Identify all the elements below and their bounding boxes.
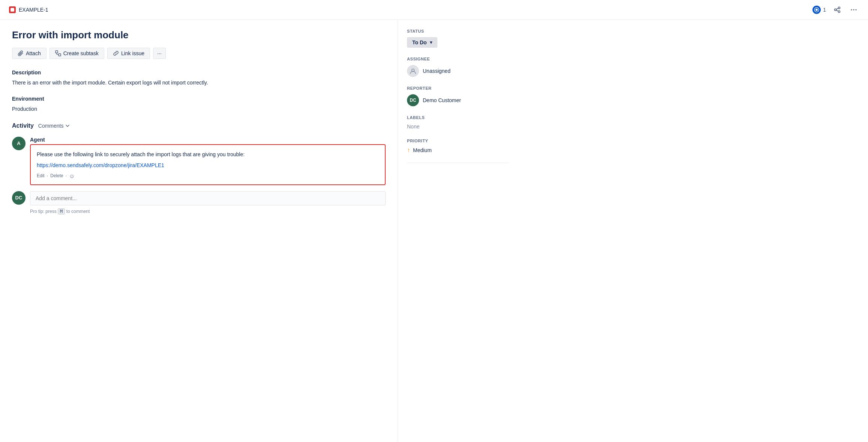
link-issue-label: Link issue — [121, 50, 144, 56]
issue-title: Error with import module — [12, 29, 386, 42]
delete-comment-button[interactable]: Delete — [50, 173, 63, 178]
environment-label: Environment — [12, 96, 386, 102]
svg-point-8 — [851, 9, 852, 11]
priority-icon: ↑ — [407, 147, 410, 154]
comment-actions: Edit · Delete · ☺ — [37, 173, 379, 179]
action-bar: Attach Create subtask — [12, 48, 386, 59]
create-subtask-label: Create subtask — [63, 50, 99, 56]
top-bar-left: EXAMPLE-1 — [9, 6, 48, 13]
priority-section: PRIORITY ↑ Medium — [407, 139, 509, 154]
attach-button[interactable]: Attach — [12, 48, 47, 59]
add-comment-area: DC — [12, 191, 386, 205]
create-subtask-button[interactable]: Create subtask — [50, 48, 104, 59]
svg-line-7 — [836, 10, 838, 11]
status-chevron-icon: ▾ — [430, 40, 432, 45]
status-label: STATUS — [407, 29, 509, 33]
svg-point-9 — [853, 9, 854, 11]
watch-icon — [812, 6, 821, 14]
assignee-label: ASSIGNEE — [407, 57, 509, 61]
assignee-row[interactable]: Unassigned — [407, 65, 509, 77]
edit-comment-button[interactable]: Edit — [37, 173, 45, 178]
status-value: To Do — [412, 39, 427, 45]
issue-type-icon — [9, 6, 16, 13]
environment-text: Production — [12, 105, 386, 113]
pro-tip-key: M — [58, 208, 65, 214]
reporter-section: REPORTER DC Demo Customer — [407, 86, 509, 106]
labels-label: LABELS — [407, 115, 509, 120]
svg-point-3 — [838, 7, 840, 9]
assignee-value: Unassigned — [423, 68, 451, 74]
link-issue-button[interactable]: Link issue — [107, 48, 150, 59]
svg-rect-12 — [59, 54, 61, 56]
watch-count: 1 — [823, 7, 826, 13]
svg-point-5 — [838, 11, 840, 13]
activity-filter[interactable]: Comments — [38, 123, 71, 129]
priority-row: ↑ Medium — [407, 147, 509, 154]
labels-value: None — [407, 124, 419, 130]
description-label: Description — [12, 69, 386, 75]
reporter-row: DC Demo Customer — [407, 94, 509, 106]
current-user-avatar: DC — [12, 191, 26, 205]
more-actions-button[interactable]: ··· — [153, 48, 166, 59]
reporter-value: Demo Customer — [423, 97, 461, 103]
more-options-button[interactable] — [848, 5, 859, 15]
svg-point-4 — [835, 9, 836, 11]
environment-section: Environment Production — [12, 96, 386, 113]
svg-rect-11 — [56, 51, 58, 53]
emoji-react-button[interactable]: ☺ — [69, 173, 75, 179]
watch-button[interactable]: 1 — [812, 6, 826, 14]
status-section: STATUS To Do ▾ — [407, 29, 509, 48]
comment-box: Please use the following link to securel… — [30, 144, 386, 185]
pro-tip-suffix: to comment — [66, 209, 90, 214]
top-bar: EXAMPLE-1 1 — [0, 0, 868, 20]
pro-tip: Pro tip: press M to comment — [30, 208, 386, 214]
agent-avatar: A — [12, 137, 26, 150]
assignee-section: ASSIGNEE Unassigned — [407, 57, 509, 77]
activity-label: Activity — [12, 122, 34, 129]
chevron-down-icon — [65, 123, 70, 128]
attach-label: Attach — [26, 50, 41, 56]
svg-line-6 — [836, 8, 838, 9]
page-container: EXAMPLE-1 1 — [0, 0, 868, 442]
priority-value: Medium — [413, 147, 432, 153]
svg-point-1 — [815, 9, 818, 11]
comment-link[interactable]: https://demo.sendsafely.com/dropzone/jir… — [37, 162, 379, 168]
comment-block: A Agent Please use the following link to… — [12, 137, 386, 185]
description-text: There is an error with the import module… — [12, 78, 386, 87]
share-button[interactable] — [832, 5, 842, 15]
pro-tip-text: Pro tip: press — [30, 209, 57, 214]
comment-content: Agent Please use the following link to s… — [30, 137, 386, 185]
comment-text: Please use the following link to securel… — [37, 150, 379, 158]
status-button[interactable]: To Do ▾ — [407, 37, 437, 48]
add-comment-input[interactable] — [30, 191, 386, 205]
priority-label: PRIORITY — [407, 139, 509, 143]
issue-key: EXAMPLE-1 — [19, 7, 48, 13]
description-section: Description There is an error with the i… — [12, 69, 386, 87]
right-panel: STATUS To Do ▾ ASSIGNEE Unassigned — [398, 20, 518, 442]
activity-filter-label: Comments — [38, 123, 64, 129]
activity-header: Activity Comments — [12, 122, 386, 129]
labels-section: LABELS None — [407, 115, 509, 130]
left-panel: Error with import module Attach — [0, 20, 398, 442]
svg-rect-0 — [11, 8, 14, 12]
reporter-label: REPORTER — [407, 86, 509, 91]
paperclip-icon — [18, 50, 24, 56]
more-label: ··· — [157, 50, 162, 56]
top-bar-right: 1 — [812, 5, 859, 15]
subtask-icon — [55, 50, 61, 56]
main-content: Error with import module Attach — [0, 20, 868, 442]
svg-point-10 — [856, 9, 857, 11]
divider — [407, 163, 509, 163]
link-icon — [113, 50, 119, 56]
unassigned-icon — [407, 65, 419, 77]
reporter-avatar: DC — [407, 94, 419, 106]
comment-author: Agent — [30, 137, 386, 143]
